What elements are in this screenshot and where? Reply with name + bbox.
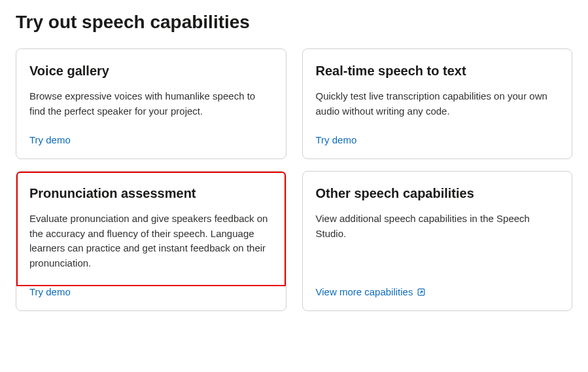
- cards-grid: Voice gallery Browse expressive voices w…: [16, 48, 572, 311]
- card-description: Browse expressive voices with humanlike …: [29, 89, 273, 119]
- page-title: Try out speech capabilities: [16, 12, 572, 33]
- try-demo-link[interactable]: Try demo: [316, 134, 357, 145]
- card-realtime-speech-to-text: Real-time speech to text Quickly test li…: [302, 48, 573, 159]
- card-pronunciation-assessment: Pronunciation assessment Evaluate pronun…: [16, 171, 286, 311]
- view-more-capabilities-link[interactable]: View more capabilities: [316, 286, 426, 297]
- card-other-speech-capabilities: Other speech capabilities View additiona…: [302, 171, 573, 311]
- card-description: Evaluate pronunciation and give speakers…: [29, 212, 273, 270]
- card-title: Pronunciation assessment: [29, 186, 273, 201]
- external-link-icon: [417, 288, 426, 297]
- card-title: Other speech capabilities: [316, 186, 559, 201]
- try-demo-link[interactable]: Try demo: [29, 134, 71, 145]
- card-voice-gallery: Voice gallery Browse expressive voices w…: [16, 48, 286, 159]
- try-demo-link[interactable]: Try demo: [29, 286, 71, 297]
- card-title: Real-time speech to text: [316, 64, 559, 79]
- link-label: View more capabilities: [316, 286, 413, 297]
- card-description: View additional speech capabilities in t…: [316, 212, 559, 270]
- card-description: Quickly test live transcription capabili…: [316, 89, 559, 119]
- card-title: Voice gallery: [29, 64, 273, 79]
